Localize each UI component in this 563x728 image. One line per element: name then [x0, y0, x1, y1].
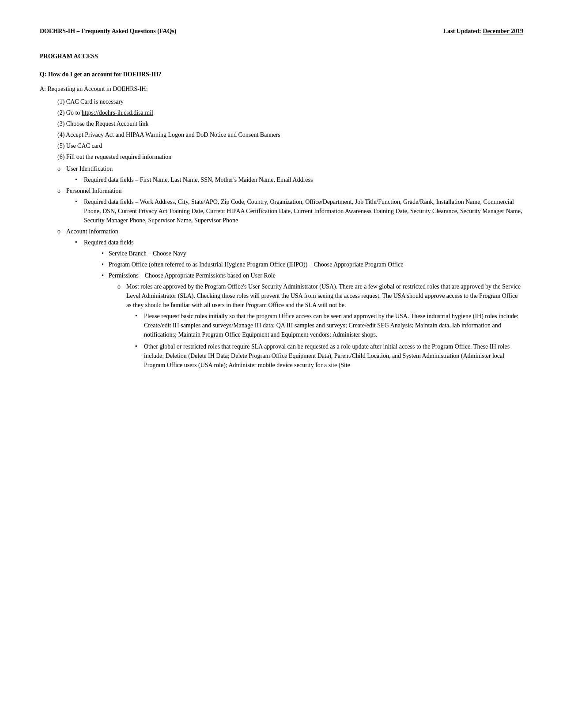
level2-personnel-fields: Required data fields – Work Address, Cit…: [84, 197, 523, 225]
level2-required-fields: Required data fields Service Branch – Ch…: [84, 238, 523, 370]
level2-user-id-fields: Required data fields – First Name, Last …: [84, 175, 523, 184]
level2-account-info: Required data fields Service Branch – Ch…: [66, 238, 523, 370]
step-2: (2) Go to https://doehrs-ih.csd.disa.mil: [57, 108, 523, 117]
level4-roles-info: Most roles are approved by the Program O…: [126, 282, 523, 370]
step-6: (6) Fill out the requested required info…: [57, 152, 523, 161]
answer-intro: A: Requesting an Account in DOEHRS-IH:: [40, 84, 523, 94]
level1-list: User Identification Required data fields…: [40, 164, 523, 370]
step-1-text: (1) CAC Card is necessary: [57, 98, 124, 105]
level4-roles-info-text: Most roles are approved by the Program O…: [126, 283, 521, 308]
step-4: (4) Accept Privacy Act and HIPAA Warning…: [57, 130, 523, 139]
step-3-text: (3) Choose the Request Account link: [57, 120, 148, 127]
level3-permissions-text: Permissions – Choose Appropriate Permiss…: [109, 272, 276, 279]
level1-personnel-info: Personnel Information Required data fiel…: [66, 186, 523, 225]
numbered-steps-list: (1) CAC Card is necessary (2) Go to http…: [40, 97, 523, 161]
level3-service-branch: Service Branch – Choose Navy: [102, 249, 523, 258]
level2-personnel-info: Required data fields – Work Address, Cit…: [66, 197, 523, 225]
level1-account-info-label: Account Information: [66, 228, 118, 235]
level2-personnel-fields-text: Required data fields – Work Address, Cit…: [84, 199, 522, 224]
level4-permissions: Most roles are approved by the Program O…: [109, 282, 523, 370]
level3-service-branch-text: Service Branch – Choose Navy: [109, 250, 186, 257]
step-6-text: (6) Fill out the requested required info…: [57, 154, 171, 160]
level1-user-id: User Identification Required data fields…: [66, 164, 523, 184]
level5-basic-roles-text: Please request basic roles initially so …: [144, 313, 518, 338]
document-title: DOEHRS-IH – Frequently Asked Questions (…: [40, 26, 176, 36]
last-updated-date: December 2019: [483, 28, 523, 35]
level5-basic-roles: Please request basic roles initially so …: [144, 311, 523, 339]
page-header: DOEHRS-IH – Frequently Asked Questions (…: [40, 26, 523, 36]
step-4-text: (4) Accept Privacy Act and HIPAA Warning…: [57, 131, 280, 138]
step-2-text: (2) Go to https://doehrs-ih.csd.disa.mil: [57, 109, 153, 116]
doehrs-link[interactable]: https://doehrs-ih.csd.disa.mil: [82, 109, 153, 116]
level3-program-office-text: Program Office (often referred to as Ind…: [109, 261, 404, 268]
faq-question: Q: How do I get an account for DOEHRS-IH…: [40, 70, 523, 79]
level3-permissions: Permissions – Choose Appropriate Permiss…: [102, 271, 523, 370]
level2-required-fields-label: Required data fields: [84, 239, 134, 246]
last-updated-label: Last Updated:: [443, 28, 481, 34]
level5-global-roles: Other global or restricted roles that re…: [144, 342, 523, 370]
step-5-text: (5) Use CAC card: [57, 143, 102, 149]
level2-user-id: Required data fields – First Name, Last …: [66, 175, 523, 184]
level1-user-id-label: User Identification: [66, 165, 113, 172]
level5-global-roles-text: Other global or restricted roles that re…: [144, 343, 510, 368]
level5-role-details: Please request basic roles initially so …: [126, 311, 523, 370]
level1-personnel-info-label: Personnel Information: [66, 188, 122, 194]
level3-account-fields: Service Branch – Choose Navy Program Off…: [84, 249, 523, 370]
last-updated: Last Updated: December 2019: [443, 26, 523, 36]
step-5: (5) Use CAC card: [57, 141, 523, 150]
level2-user-id-fields-text: Required data fields – First Name, Last …: [84, 176, 313, 183]
level3-program-office: Program Office (often referred to as Ind…: [102, 260, 523, 269]
level1-account-info: Account Information Required data fields…: [66, 227, 523, 370]
section-heading: PROGRAM ACCESS: [40, 52, 523, 61]
step-1: (1) CAC Card is necessary: [57, 97, 523, 106]
step-3: (3) Choose the Request Account link: [57, 119, 523, 128]
